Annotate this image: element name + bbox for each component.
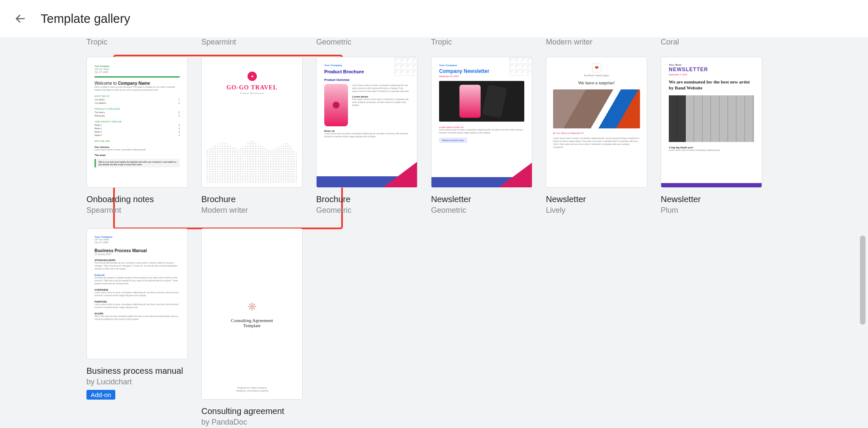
thumb-heading: We have a surprise! [553,80,640,85]
template-card-business-process-manual[interactable]: Your Company 123 Your StreetCity, ST 123… [86,228,188,400]
template-subtitle: Lively [546,206,647,215]
thumb-paragraph: Lorem ipsum dolor sit amet, consectetur … [352,84,409,93]
template-title: Onboarding notes [86,194,188,205]
partial-label: Spearmint [201,37,303,47]
template-card-newsletter-geometric[interactable]: Your Company Company Newsletter Septembe… [431,57,532,215]
thumb-button: Read our launch notes [439,138,467,143]
thumb-address: 123 Your StreetCity, ST 12345 [95,238,180,244]
thumb-headline: We are nominated for the best new artist… [669,79,754,91]
hero-image [669,95,754,142]
thumb-paragraph: Lorem ipsum dolor sit amet, consectetur … [324,132,409,138]
scrollbar[interactable] [859,37,866,428]
scrollbar-thumb[interactable] [860,236,865,325]
template-subtitle: Spearmint [86,206,188,215]
thumb-brand-sub: Travel Brochure [240,92,264,94]
thumb-section: PRODUCT & PROCESS [95,108,180,110]
phone-graphic [459,85,481,118]
template-card-newsletter-plum[interactable]: Your Band NEWSLETTER September 4, 20XX W… [661,57,762,215]
template-thumbnail: Your Company 123 Your StreetCity, ST 123… [86,57,188,188]
thumb-company: Your Company [95,65,180,68]
heart-icon: ❤ [592,63,601,72]
template-title: Consulting agreement [201,406,303,417]
thumb-section: ONBOARDING TIMELINE [95,120,180,123]
world-map-graphic [206,136,298,183]
partial-label: Coral [661,37,762,47]
template-title: Newsletter [546,194,647,205]
thumb-section: Product Overview [324,78,409,81]
thumb-paragraph: Lorem ipsum dolor sit amet, consectetur … [95,148,180,151]
template-thumbnail: Your Company 123 Your StreetCity, ST 123… [86,228,188,359]
template-thumbnail: ✦ GO-GO TRAVEL Travel Brochure [201,57,303,188]
thumb-byline: By Your Name on September 24 [553,132,640,134]
thumb-address: 123 Your StreetCity, ST 12345 [95,68,180,74]
template-thumbnail: Your Band NEWSLETTER September 4, 20XX W… [661,57,762,188]
thumb-footer-line: Created by: [Consultant.Company] [202,389,302,392]
footer-graphic [317,176,417,187]
thumb-brand: GO-GO TRAVEL [226,84,277,91]
thumb-paragraph: Lorem ipsum dolor sit amet, consectetur … [95,291,180,297]
divider [95,76,180,78]
partial-label: Tropic [431,37,532,47]
thumb-brand: BandWorks Weekly Digest [553,74,640,77]
thumb-row: Week 23 [95,127,180,130]
phone-graphic [324,84,348,126]
thumb-callout: Talk to your team and replace the defaul… [95,159,180,167]
thumb-title-line1: Consulting Agreement [231,318,273,323]
template-title: Brochure [201,194,303,205]
thumb-row: Lorem ipsum dolor sit amet, consectetur … [324,84,409,126]
template-subtitle: Geometric [316,206,417,215]
thumb-team-label: The team [95,154,180,156]
thumb-paragraph: Lorem ipsum dolor sit amet, consectetur … [95,303,180,309]
template-card-brochure-modern-writer[interactable]: ✦ GO-GO TRAVEL Travel Brochure Brochure … [201,57,303,215]
partial-label: Geometric [316,37,417,47]
thumb-row: Philosophy2 [95,114,180,117]
template-thumbnail: Your Company Product Brochure Product Ov… [316,57,417,188]
template-title: Business process manual [86,365,188,376]
header: Template gallery [0,0,868,37]
template-card-brochure-geometric[interactable]: Your Company Product Brochure Product Ov… [316,57,417,215]
template-title: Newsletter [661,194,762,205]
content-area: Tropic Spearmint Geometric Tropic Modern… [0,37,868,428]
thumb-row: Week 33 [95,131,180,133]
footer-bar [661,183,762,187]
thumb-paragraph: Note: This copy text also provides insig… [95,315,180,321]
template-title: Brochure [316,194,417,205]
template-card-newsletter-lively[interactable]: ❤ BandWorks Weekly Digest We have a surp… [546,57,647,215]
thumb-row: Our platform1 [95,102,180,104]
template-thumbnail: ❋ Consulting Agreement Template Prepared… [201,228,303,400]
flower-icon: ❋ [248,300,257,314]
template-subtitle: by PandaDoc [201,417,303,427]
hero-image [439,81,524,122]
template-subtitle: Geometric [431,206,532,215]
thumb-section: WHO WE ARE [95,140,180,142]
partial-label: Modern writer [546,37,647,47]
partial-label: Tropic [86,37,188,47]
addon-badge: Add-on [86,390,115,400]
thumb-title-line2: Template [243,323,261,328]
partial-previous-row: Tropic Spearmint Geometric Tropic Modern… [0,37,868,57]
brand-logo-icon: ✦ [248,72,257,81]
thumb-paragraph: Lorem ipsum dolor sit amet, consectetur … [553,137,640,149]
thumb-footer: Prepared for: [Client.Company] Created b… [202,386,302,392]
template-thumbnail: ❤ BandWorks Weekly Digest We have a surp… [546,57,647,188]
thumb-newsletter-label: NEWSLETTER [669,67,754,72]
template-subtitle: Modern writer [201,206,303,215]
thumb-brand: Your Band [669,63,754,67]
template-card-consulting-agreement[interactable]: ❋ Consulting Agreement Template Prepared… [201,228,303,400]
page-title: Template gallery [41,12,130,26]
template-subtitle: by Lucidchart [86,377,188,386]
thumb-section: WHAT WE DO [95,95,180,97]
thumb-title: Business Process Manual [95,248,180,253]
template-grid: Your Company 123 Your StreetCity, ST 123… [0,57,868,417]
corner-graphic [394,57,417,76]
thumb-row: The basics2 [95,111,180,114]
back-button[interactable] [10,8,31,29]
thumb-paragraph: Are there any parties or people (outside… [95,276,180,285]
thumb-date: 1st January 20XX [95,253,180,256]
template-card-onboarding-notes[interactable]: Your Company 123 Your StreetCity, ST 123… [86,57,188,215]
thumb-paragraph: Lorem ipsum dolor sit amet, consectetur … [669,149,754,152]
footer-graphic [431,177,532,187]
thumb-paragraph: Duis autem vel eum iriure dolor in hendr… [352,98,409,107]
thumb-paragraph: We're so glad to have you join the team!… [95,86,180,92]
thumb-heading: Welcome to Company Name [95,81,180,86]
